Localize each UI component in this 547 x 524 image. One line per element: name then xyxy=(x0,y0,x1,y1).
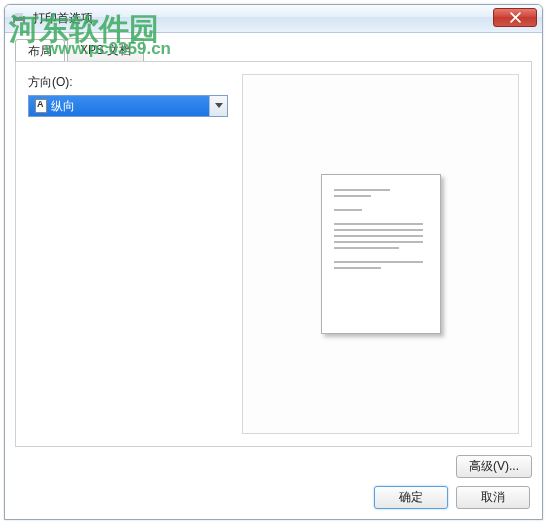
dialog-footer: 确定 取消 xyxy=(15,478,532,509)
tab-xps-document[interactable]: XPS 文档 xyxy=(67,38,144,61)
layout-panel: 方向(O): 纵向 xyxy=(15,61,532,447)
orientation-dropdown-arrow[interactable] xyxy=(209,96,227,116)
portrait-page-icon xyxy=(35,99,47,113)
printer-app-icon xyxy=(11,11,27,27)
page-preview-portrait xyxy=(321,174,441,334)
close-icon xyxy=(510,12,521,23)
window-title: 打印首选项 xyxy=(33,10,93,27)
print-preferences-window: 打印首选项 河东软件园 www.pc0359.cn 布局 XPS 文档 方向(O… xyxy=(4,4,543,520)
close-button[interactable] xyxy=(493,8,537,27)
chevron-down-icon xyxy=(215,103,223,109)
page-preview-area xyxy=(242,74,519,434)
orientation-combobox[interactable]: 纵向 xyxy=(28,95,228,117)
advanced-button[interactable]: 高级(V)... xyxy=(456,455,532,478)
orientation-value: 纵向 xyxy=(51,98,75,115)
titlebar: 打印首选项 xyxy=(5,5,542,33)
svg-point-3 xyxy=(22,17,24,19)
orientation-selected: 纵向 xyxy=(29,96,209,116)
ok-button[interactable]: 确定 xyxy=(374,486,448,509)
advanced-row: 高级(V)... xyxy=(15,455,532,478)
svg-rect-2 xyxy=(15,21,23,25)
tab-layout[interactable]: 布局 xyxy=(15,39,65,62)
tab-strip: 布局 XPS 文档 xyxy=(15,39,532,61)
orientation-label: 方向(O): xyxy=(28,74,228,91)
cancel-button[interactable]: 取消 xyxy=(456,486,530,509)
orientation-group: 方向(O): 纵向 xyxy=(28,74,228,434)
svg-rect-1 xyxy=(15,13,23,17)
client-area: 布局 XPS 文档 方向(O): 纵向 xyxy=(5,33,542,519)
